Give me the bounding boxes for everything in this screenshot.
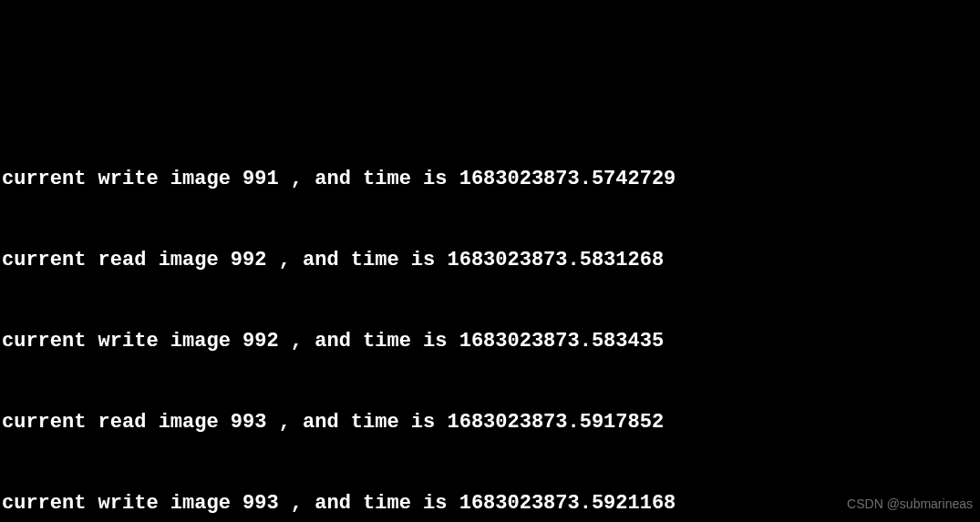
log-line: current read image 993 , and time is 168… [2, 409, 978, 436]
log-line: current write image 992 , and time is 16… [2, 328, 978, 355]
log-line: current write image 991 , and time is 16… [2, 166, 978, 193]
terminal-output: current write image 991 , and time is 16… [2, 112, 978, 522]
log-line: current read image 992 , and time is 168… [2, 247, 978, 274]
log-line: current write image 993 , and time is 16… [2, 490, 978, 517]
watermark-text: CSDN @submarineas [847, 496, 973, 513]
